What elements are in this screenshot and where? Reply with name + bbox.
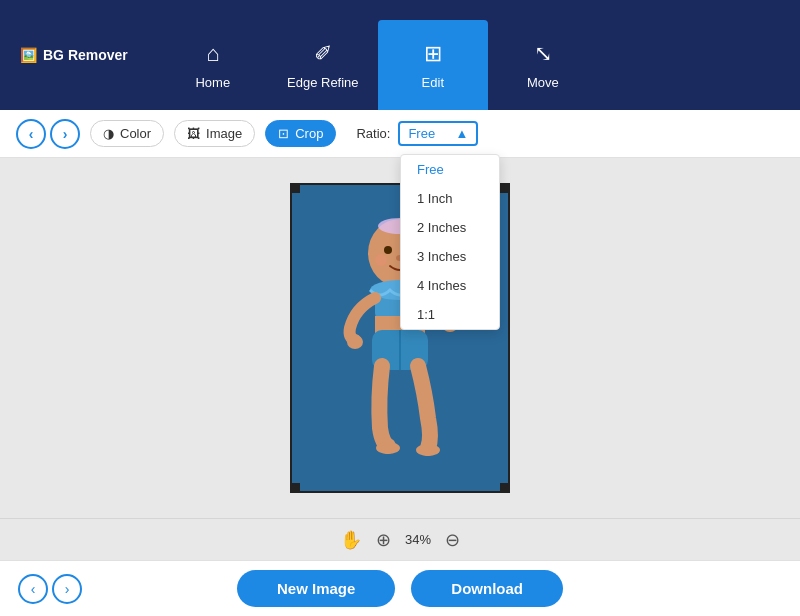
edge-refine-icon: ✐ <box>314 41 332 67</box>
ratio-selected-value: Free <box>408 126 435 141</box>
tab-move-label: Move <box>527 75 559 90</box>
ratio-container: Ratio: Free ▲ <box>356 121 478 146</box>
toolbar: ‹ › ◑ Color 🖼 Image ⊡ Crop Ratio: Free ▲… <box>0 110 800 158</box>
image-button[interactable]: 🖼 Image <box>174 120 255 147</box>
app-header: 🖼️ BG Remover ⌂ Home ✐ Edge Refine ⊞ Edi… <box>0 0 800 110</box>
new-image-button[interactable]: New Image <box>237 570 395 607</box>
app-title: BG Remover <box>43 47 128 63</box>
image-icon: 🖼 <box>187 126 200 141</box>
color-button[interactable]: ◑ Color <box>90 120 164 147</box>
zoom-percent: 34% <box>405 532 431 547</box>
crop-icon: ⊡ <box>278 126 289 141</box>
tab-edit[interactable]: ⊞ Edit <box>378 20 488 110</box>
crop-button[interactable]: ⊡ Crop <box>265 120 336 147</box>
ratio-option-free[interactable]: Free <box>401 155 499 184</box>
home-icon: ⌂ <box>206 41 219 67</box>
app-icon: 🖼️ <box>20 47 37 63</box>
svg-point-13 <box>347 335 363 349</box>
ratio-label: Ratio: <box>356 126 390 141</box>
ratio-dropdown-menu: Free 1 Inch 2 Inches 3 Inches 4 Inches 1… <box>400 154 500 330</box>
hand-icon: ✋ <box>340 529 362 551</box>
color-icon: ◑ <box>103 126 114 141</box>
svg-point-11 <box>376 442 400 454</box>
ratio-option-3inches[interactable]: 3 Inches <box>401 242 499 271</box>
undo-button[interactable]: ‹ <box>16 119 46 149</box>
app-brand: 🖼️ BG Remover <box>20 47 128 63</box>
ratio-option-4inches[interactable]: 4 Inches <box>401 271 499 300</box>
tab-edge-refine[interactable]: ✐ Edge Refine <box>268 20 378 110</box>
nav-tabs: ⌂ Home ✐ Edge Refine ⊞ Edit ⤡ Move <box>158 0 598 110</box>
ratio-option-2inches[interactable]: 2 Inches <box>401 213 499 242</box>
zoom-bar: ✋ ⊕ 34% ⊖ <box>0 518 800 560</box>
footer-inner: ‹ › New Image Download <box>0 561 800 616</box>
prev-arrow[interactable]: ‹ <box>18 574 48 604</box>
svg-point-5 <box>375 254 387 266</box>
ratio-option-1inch[interactable]: 1 Inch <box>401 184 499 213</box>
undo-redo-group: ‹ › <box>16 119 80 149</box>
zoom-out-button[interactable]: ⊖ <box>445 529 460 551</box>
tab-edge-refine-label: Edge Refine <box>287 75 359 90</box>
ratio-select[interactable]: Free ▲ <box>398 121 478 146</box>
tab-edit-label: Edit <box>422 75 444 90</box>
edit-icon: ⊞ <box>424 41 442 67</box>
footer: ‹ › New Image Download <box>0 560 800 616</box>
crop-label: Crop <box>295 126 323 141</box>
tab-home[interactable]: ⌂ Home <box>158 20 268 110</box>
tab-home-label: Home <box>195 75 230 90</box>
handle-bottom-right[interactable] <box>500 483 510 493</box>
svg-point-2 <box>384 246 392 254</box>
download-button[interactable]: Download <box>411 570 563 607</box>
main-content: ‹ › ◑ Color 🖼 Image ⊡ Crop Ratio: Free ▲… <box>0 110 800 616</box>
next-arrow[interactable]: › <box>52 574 82 604</box>
move-icon: ⤡ <box>534 41 552 67</box>
ratio-option-1-1[interactable]: 1:1 <box>401 300 499 329</box>
handle-top-left[interactable] <box>290 183 300 193</box>
image-label: Image <box>206 126 242 141</box>
ratio-dropdown-arrow: ▲ <box>456 126 469 141</box>
redo-button[interactable]: › <box>50 119 80 149</box>
handle-bottom-left[interactable] <box>290 483 300 493</box>
tab-move[interactable]: ⤡ Move <box>488 20 598 110</box>
color-label: Color <box>120 126 151 141</box>
zoom-in-button[interactable]: ⊕ <box>376 529 391 551</box>
svg-point-12 <box>416 444 440 456</box>
handle-top-right[interactable] <box>500 183 510 193</box>
